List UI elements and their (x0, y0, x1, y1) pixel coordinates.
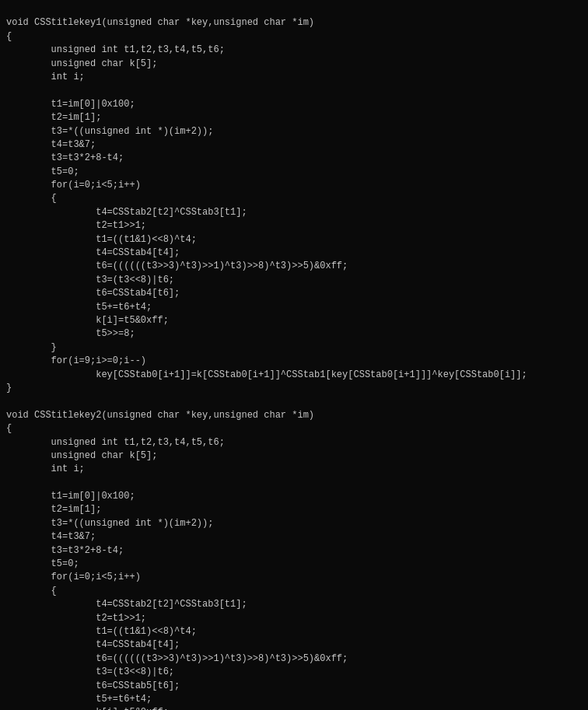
code-line: t3=*((unsigned int *)(im+2)); (0, 125, 588, 138)
code-line: { (0, 585, 588, 598)
code-line: t2=t1>>1; (0, 612, 588, 625)
code-line (0, 395, 588, 408)
code-container: void CSStitlekey1(unsigned char *key,uns… (0, 0, 588, 710)
code-line: t3=t3*2+8-t4; (0, 152, 588, 165)
code-line: t5=0; (0, 558, 588, 571)
code-line: t4=CSStab2[t2]^CSStab3[t1]; (0, 206, 588, 219)
code-line: t2=im[1]; (0, 111, 588, 124)
code-line: void CSStitlekey2(unsigned char *key,uns… (0, 409, 588, 422)
code-line: t2=im[1]; (0, 503, 588, 516)
code-line: t5+=t6+t4; (0, 301, 588, 314)
code-line: for(i=0;i<5;i++) (0, 179, 588, 192)
code-line: } (0, 382, 588, 395)
code-line: t6=CSStab4[t6]; (0, 287, 588, 300)
code-line: for(i=9;i>=0;i--) (0, 355, 588, 368)
code-line: t1=((t1&1)<<8)^t4; (0, 233, 588, 247)
code-line: void CSStitlekey1(unsigned char *key,uns… (0, 16, 588, 30)
code-line: t2=t1>>1; (0, 219, 588, 233)
code-line: t4=CSStab4[t4]; (0, 247, 588, 260)
code-line: t3=t3*2+8-t4; (0, 544, 588, 558)
code-line: unsigned int t1,t2,t3,t4,t5,t6; (0, 436, 588, 449)
code-line: key[CSStab0[i+1]]=k[CSStab0[i+1]]^CSStab… (0, 369, 588, 382)
code-line: { (0, 30, 588, 44)
code-line: } (0, 341, 588, 355)
code-line: t1=((t1&1)<<8)^t4; (0, 625, 588, 638)
code-line: t4=CSStab2[t2]^CSStab3[t1]; (0, 598, 588, 611)
code-line: for(i=0;i<5;i++) (0, 571, 588, 584)
code-line: t6=((((((t3>>3)^t3)>>1)^t3)>>8)^t3)>>5)&… (0, 260, 588, 273)
code-line: t5>>=8; (0, 327, 588, 341)
code-line: unsigned char k[5]; (0, 58, 588, 71)
code-line: t3=(t3<<8)|t6; (0, 274, 588, 287)
code-line: int i; (0, 71, 588, 84)
code-line (0, 477, 588, 490)
code-line: t5=0; (0, 166, 588, 179)
code-line: { (0, 422, 588, 435)
code-line: t4=t3&7; (0, 530, 588, 544)
code-line: t1=im[0]|0x100; (0, 490, 588, 503)
code-line (0, 84, 588, 97)
code-line: unsigned char k[5]; (0, 449, 588, 463)
code-line: t6=CSStab5[t6]; (0, 680, 588, 693)
code-line: t6=((((((t3>>3)^t3)>>1)^t3)>>8)^t3)>>5)&… (0, 652, 588, 666)
code-line: k[i]=t5&0xff; (0, 706, 588, 710)
code-line: int i; (0, 463, 588, 476)
code-line: k[i]=t5&0xff; (0, 314, 588, 327)
code-line: t4=t3&7; (0, 138, 588, 152)
code-line: { (0, 192, 588, 205)
code-line: t5+=t6+t4; (0, 693, 588, 706)
code-line: t3=(t3<<8)|t6; (0, 666, 588, 679)
code-line: t3=*((unsigned int *)(im+2)); (0, 517, 588, 530)
code-line: t1=im[0]|0x100; (0, 98, 588, 111)
code-line: unsigned int t1,t2,t3,t4,t5,t6; (0, 44, 588, 57)
code-line: t4=CSStab4[t4]; (0, 638, 588, 652)
